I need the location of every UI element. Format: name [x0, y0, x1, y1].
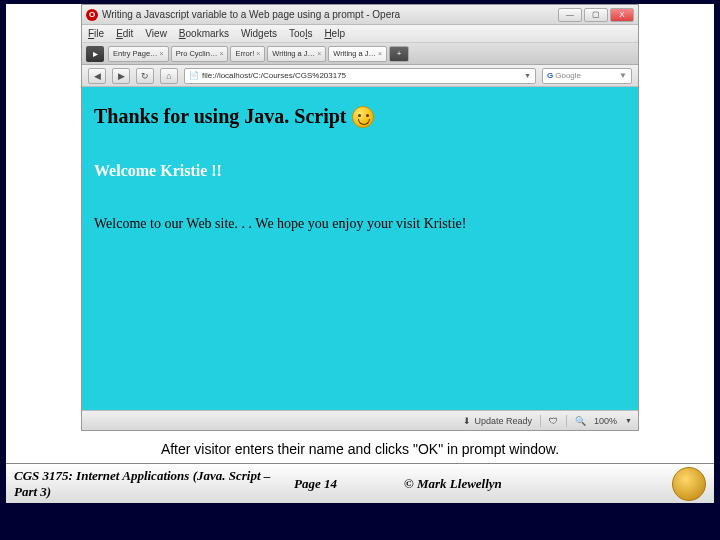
- tab-close-icon[interactable]: ×: [256, 50, 260, 57]
- menubar: File Edit View Bookmarks Widgets Tools H…: [82, 25, 638, 43]
- panel-toggle-button[interactable]: ▸: [86, 46, 104, 62]
- smiley-icon: [352, 106, 374, 128]
- welcome-name: Welcome Kristie !!: [94, 162, 626, 180]
- tab-writing-1[interactable]: Writing a J…×: [267, 46, 326, 62]
- url-text: file://localhost/C:/Courses/CGS%203175: [202, 71, 346, 80]
- tab-entry-page[interactable]: Entry Page…×: [108, 46, 169, 62]
- security-icon: 🛡: [549, 416, 558, 426]
- page-heading-text: Thanks for using Java. Script: [94, 105, 346, 128]
- welcome-message: Welcome to our Web site. . . We hope you…: [94, 216, 626, 232]
- tab-close-icon[interactable]: ×: [317, 50, 321, 57]
- url-dropdown-icon[interactable]: ▼: [524, 72, 531, 79]
- menu-tools[interactable]: Tools: [289, 28, 312, 39]
- search-dropdown-icon[interactable]: ▼: [619, 71, 627, 80]
- forward-button[interactable]: ▶: [112, 68, 130, 84]
- ucf-logo-icon: [672, 467, 706, 501]
- separator: [540, 415, 541, 427]
- browser-wrapper: O Writing a Javascript variable to a Web…: [6, 4, 714, 503]
- url-field[interactable]: 📄 file://localhost/C:/Courses/CGS%203175…: [184, 68, 536, 84]
- menu-help[interactable]: Help: [324, 28, 345, 39]
- new-tab-button[interactable]: +: [389, 46, 409, 62]
- footer-copyright: © Mark Llewellyn: [404, 476, 672, 492]
- maximize-button[interactable]: ▢: [584, 8, 608, 22]
- footer-course: CGS 3175: Internet Applications (Java. S…: [14, 468, 294, 500]
- home-button[interactable]: ⌂: [160, 68, 178, 84]
- window-title: Writing a Javascript variable to a Web p…: [102, 9, 558, 20]
- back-button[interactable]: ◀: [88, 68, 106, 84]
- browser-window: O Writing a Javascript variable to a Web…: [81, 4, 639, 431]
- menu-file[interactable]: File: [88, 28, 104, 39]
- search-placeholder: Google: [555, 71, 581, 80]
- update-text: Update Ready: [474, 416, 532, 426]
- tab-close-icon[interactable]: ×: [378, 50, 382, 57]
- google-icon: G: [547, 71, 553, 80]
- tab-writing-2-active[interactable]: Writing a J…×: [328, 46, 387, 62]
- tabbar: ▸ Entry Page…× Pro Cyclin…× Error!× Writ…: [82, 43, 638, 65]
- page-viewport: Thanks for using Java. Script Welcome Kr…: [82, 87, 638, 410]
- tab-close-icon[interactable]: ×: [219, 50, 223, 57]
- close-button[interactable]: X: [610, 8, 634, 22]
- opera-icon: O: [86, 9, 98, 21]
- zoom-icon[interactable]: 🔍: [575, 416, 586, 426]
- titlebar: O Writing a Javascript variable to a Web…: [82, 5, 638, 25]
- tab-pro-cyclin[interactable]: Pro Cyclin…×: [171, 46, 229, 62]
- menu-edit[interactable]: Edit: [116, 28, 133, 39]
- tab-error[interactable]: Error!×: [230, 46, 265, 62]
- footer-page: Page 14: [294, 476, 404, 492]
- slide-root: O Writing a Javascript variable to a Web…: [0, 0, 720, 540]
- tab-close-icon[interactable]: ×: [160, 50, 164, 57]
- menu-view[interactable]: View: [145, 28, 167, 39]
- menu-bookmarks[interactable]: Bookmarks: [179, 28, 229, 39]
- address-bar: ◀ ▶ ↻ ⌂ 📄 file://localhost/C:/Courses/CG…: [82, 65, 638, 87]
- window-controls: — ▢ X: [558, 8, 634, 22]
- zoom-level: 100%: [594, 416, 617, 426]
- minimize-button[interactable]: —: [558, 8, 582, 22]
- slide-caption: After visitor enters their name and clic…: [6, 431, 714, 463]
- update-icon: ⬇: [463, 416, 471, 426]
- statusbar: ⬇ Update Ready 🛡 🔍 100% ▼: [82, 410, 638, 430]
- page-icon: 📄: [189, 71, 199, 80]
- menu-widgets[interactable]: Widgets: [241, 28, 277, 39]
- slide-footer: CGS 3175: Internet Applications (Java. S…: [6, 463, 714, 503]
- page-heading: Thanks for using Java. Script: [94, 105, 626, 128]
- separator: [566, 415, 567, 427]
- search-field[interactable]: G Google ▼: [542, 68, 632, 84]
- zoom-dropdown-icon[interactable]: ▼: [625, 417, 632, 424]
- update-ready[interactable]: ⬇ Update Ready: [463, 416, 532, 426]
- reload-button[interactable]: ↻: [136, 68, 154, 84]
